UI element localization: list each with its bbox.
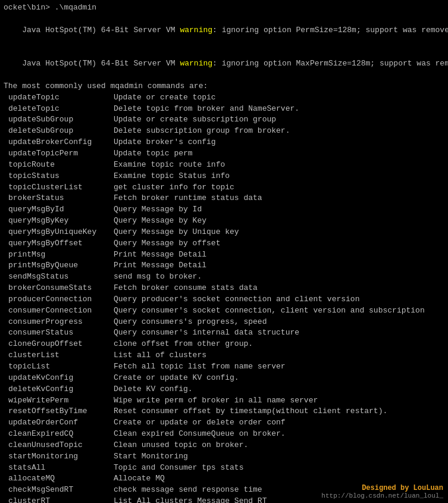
table-row: queryMsgByKeyQuery Message by Key: [4, 215, 444, 227]
command-desc: Query Message by Key: [114, 215, 444, 227]
warning-keyword-2: warning: [180, 59, 212, 68]
command-desc: Clean expired ConsumeQueue on broker.: [114, 429, 444, 440]
command-name: consumerProgress: [4, 317, 114, 328]
command-name: deleteKvConfig: [4, 384, 114, 395]
table-row: updateSubGroupUpdate or create subscript…: [4, 114, 444, 126]
command-desc: Delete topic from broker and NameServer.: [114, 104, 444, 115]
command-desc: Allocate MQ: [114, 473, 444, 485]
command-name: printMsg: [4, 249, 114, 261]
command-desc: Start Monitoring: [114, 451, 444, 463]
command-desc: Query consumer's socket connection, clie…: [114, 305, 444, 317]
command-desc: Delete KV config.: [114, 384, 444, 395]
command-desc: Clean unused topic on broker.: [114, 440, 444, 451]
command-desc: Create or update KV config.: [114, 373, 444, 384]
table-row: updateOrderConfCreate or update or delet…: [4, 417, 444, 429]
command-name: queryMsgById: [4, 204, 114, 215]
command-desc: Examine topic route info: [114, 160, 444, 171]
table-row: updateKvConfigCreate or update KV config…: [4, 373, 444, 384]
terminal-window: ocket\bin> .\mqadmin Java HotSpot(TM) 64…: [0, 0, 448, 503]
command-name: deleteTopic: [4, 104, 114, 115]
command-desc: Query consumers's progress, speed: [114, 317, 444, 328]
command-desc: send msg to broker.: [114, 271, 444, 283]
command-desc: Print Message Detail: [114, 260, 444, 271]
table-row: updateBrokerConfigUpdate broker's config: [4, 137, 444, 148]
command-name: updateBrokerConfig: [4, 137, 114, 148]
warning-keyword-1: warning: [180, 26, 212, 35]
watermark: Designed by LouLuan http://blog.csdn.net…: [321, 484, 443, 499]
warning-text-2a: Java HotSpot(TM) 64-Bit Server VM: [22, 59, 180, 68]
command-name: consumerStatus: [4, 327, 114, 339]
warning-line-2: Java HotSpot(TM) 64-Bit Server VM warnin…: [4, 47, 444, 81]
intro-line: The most commonly used mqadmin commands …: [4, 81, 444, 92]
command-desc: Query producer's socket connection and c…: [114, 294, 444, 305]
command-desc: Delete subscription group from broker.: [114, 126, 444, 137]
warning-text-1b: : ignoring option PermSize=128m; support…: [212, 26, 448, 35]
table-row: consumerProgressQuery consumers's progre…: [4, 317, 444, 328]
table-row: resetOffsetByTimeReset consumer offset b…: [4, 406, 444, 417]
command-desc: Fetch broker runtime status data: [114, 193, 444, 204]
table-row: consumerStatusQuery consumer's internal …: [4, 327, 444, 339]
warning-text-2b: : ignoring option MaxPermSize=128m; supp…: [212, 59, 448, 68]
table-row: updateTopicPermUpdate topic perm: [4, 148, 444, 160]
command-name: topicStatus: [4, 171, 114, 182]
command-name: updateKvConfig: [4, 373, 114, 384]
command-name: queryMsgByUniqueKey: [4, 227, 114, 238]
table-row: cleanUnusedTopicClean unused topic on br…: [4, 440, 444, 451]
command-desc: Print Message Detail: [114, 249, 444, 261]
command-name: clusterList: [4, 350, 114, 361]
command-desc: Reset consumer offset by timestamp(witho…: [114, 406, 444, 417]
command-desc: List all of clusters: [114, 350, 444, 361]
command-name: deleteSubGroup: [4, 126, 114, 137]
command-name: updateTopic: [4, 92, 114, 104]
table-row: statsAllTopic and Consumer tps stats: [4, 463, 444, 474]
command-name: updateTopicPerm: [4, 148, 114, 160]
table-row: clusterListList all of clusters: [4, 350, 444, 361]
command-desc: Create or update or delete order conf: [114, 417, 444, 429]
table-row: topicStatusExamine topic Status info: [4, 171, 444, 182]
table-row: updateTopicUpdate or create topic: [4, 92, 444, 104]
command-name: topicRoute: [4, 160, 114, 171]
command-desc: Query consumer's internal data structure: [114, 327, 444, 339]
table-row: topicRouteExamine topic route info: [4, 160, 444, 171]
table-row: topicClusterListget cluster info for top…: [4, 182, 444, 193]
command-name: topicList: [4, 361, 114, 373]
table-row: cloneGroupOffsetclone offset from other …: [4, 339, 444, 350]
command-name: brokerStatus: [4, 193, 114, 204]
command-desc: Update broker's config: [114, 137, 444, 148]
command-name: clusterRT: [4, 496, 114, 503]
command-name: topicClusterList: [4, 182, 114, 193]
table-row: deleteSubGroupDelete subscription group …: [4, 126, 444, 137]
command-desc: get cluster info for topic: [114, 182, 444, 193]
command-desc: Examine topic Status info: [114, 171, 444, 182]
table-row: consumerConnectionQuery consumer's socke…: [4, 305, 444, 317]
command-desc: Query Message by Unique key: [114, 227, 444, 238]
command-name: wipeWritePerm: [4, 395, 114, 407]
table-row: queryMsgByOffsetQuery Message by offset: [4, 238, 444, 249]
command-name: cleanUnusedTopic: [4, 440, 114, 451]
command-desc: Update or create subscription group: [114, 114, 444, 126]
command-name: printMsgByQueue: [4, 260, 114, 271]
command-name: startMonitoring: [4, 451, 114, 463]
table-row: printMsgByQueuePrint Message Detail: [4, 260, 444, 271]
command-desc: clone offset from other group.: [114, 339, 444, 350]
table-row: brokerConsumeStatsFetch broker consume s…: [4, 283, 444, 294]
command-name: queryMsgByKey: [4, 215, 114, 227]
command-name: updateOrderConf: [4, 417, 114, 429]
command-name: allocateMQ: [4, 473, 114, 485]
table-row: brokerStatusFetch broker runtime status …: [4, 193, 444, 204]
command-name: statsAll: [4, 463, 114, 474]
table-row: sendMsgStatussend msg to broker.: [4, 271, 444, 283]
command-name: producerConnection: [4, 294, 114, 305]
command-desc: Query Message by offset: [114, 238, 444, 249]
command-name: cleanExpiredCQ: [4, 429, 114, 440]
table-row: startMonitoringStart Monitoring: [4, 451, 444, 463]
table-row: cleanExpiredCQClean expired ConsumeQueue…: [4, 429, 444, 440]
command-name: queryMsgByOffset: [4, 238, 114, 249]
table-row: wipeWritePermWipe write perm of broker i…: [4, 395, 444, 407]
command-table: updateTopicUpdate or create topicdeleteT…: [4, 92, 444, 503]
command-name: brokerConsumeStats: [4, 283, 114, 294]
command-desc: Update or create topic: [114, 92, 444, 104]
command-desc: Wipe write perm of broker in all name se…: [114, 395, 444, 407]
table-row: printMsgPrint Message Detail: [4, 249, 444, 261]
table-row: allocateMQAllocate MQ: [4, 473, 444, 485]
